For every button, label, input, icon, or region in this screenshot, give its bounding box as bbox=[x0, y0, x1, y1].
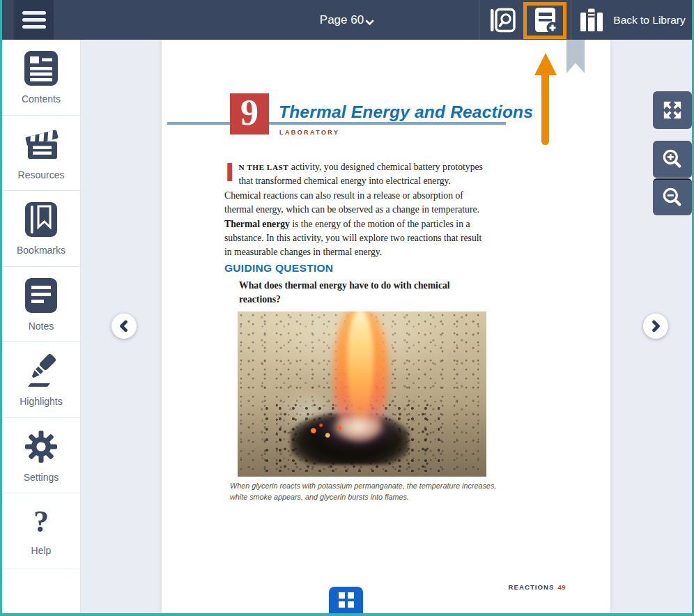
ebook-reader-window: Page 60 bbox=[0, 0, 694, 616]
book-search-icon bbox=[488, 7, 516, 33]
photo-embers bbox=[306, 420, 348, 441]
sidebar-item-contents[interactable]: Contents bbox=[2, 40, 80, 116]
sidebar-item-highlights[interactable]: Highlights bbox=[2, 342, 80, 418]
bookmarks-icon bbox=[24, 201, 59, 238]
zoom-in-icon bbox=[659, 147, 686, 172]
sidebar-filler bbox=[2, 569, 80, 614]
footer-page-number: 49 bbox=[557, 583, 566, 591]
sidebar-item-bookmarks[interactable]: Bookmarks bbox=[2, 191, 80, 267]
sidebar-item-resources[interactable]: Resources bbox=[2, 116, 80, 192]
zoom-out-icon bbox=[659, 185, 686, 210]
intro-bold-term: Thermal energy bbox=[224, 219, 290, 229]
intro-smallcaps: N THE LAST bbox=[238, 163, 288, 171]
guiding-question-text: What does thermal energy have to do with… bbox=[239, 279, 469, 307]
fullscreen-button[interactable] bbox=[653, 91, 692, 129]
sidebar-item-label: Contents bbox=[22, 93, 61, 105]
sidebar: Contents Resources Bookm bbox=[2, 40, 81, 613]
help-icon: ? bbox=[33, 505, 49, 539]
figure-photo-glycerin-flame bbox=[238, 311, 486, 477]
sidebar-item-label: Resources bbox=[18, 169, 65, 180]
window-edge-bottom bbox=[0, 613, 694, 616]
sidebar-item-label: Highlights bbox=[20, 396, 62, 407]
dropcap: I bbox=[225, 162, 234, 184]
sidebar-item-label: Settings bbox=[24, 472, 59, 483]
chevron-down-icon bbox=[365, 20, 374, 26]
sidebar-item-label: Bookmarks bbox=[17, 245, 65, 256]
chapter-title: Thermal Energy and Reactions bbox=[279, 102, 606, 122]
chevron-left-icon bbox=[118, 320, 130, 332]
hamburger-icon bbox=[22, 11, 46, 15]
toolbar-divider bbox=[479, 0, 479, 40]
grid-icon bbox=[339, 592, 354, 608]
highlights-icon bbox=[22, 352, 61, 390]
zoom-in-button[interactable] bbox=[653, 141, 692, 178]
sidebar-item-label: Notes bbox=[29, 321, 54, 332]
previous-page-button[interactable] bbox=[111, 314, 137, 339]
sidebar-item-settings[interactable]: Settings bbox=[2, 418, 80, 494]
next-page-button[interactable] bbox=[643, 314, 668, 339]
back-to-library-button[interactable]: Back to Library bbox=[572, 0, 692, 40]
thumbnails-view-button[interactable] bbox=[329, 587, 363, 613]
toolbar-divider bbox=[571, 0, 571, 40]
intro-paragraph: IN THE LAST activity, you designed chemi… bbox=[224, 160, 489, 260]
back-to-library-label: Back to Library bbox=[613, 14, 685, 26]
window-edge-left bbox=[0, 0, 2, 616]
chapter-rule bbox=[167, 122, 506, 125]
menu-button[interactable] bbox=[14, 0, 54, 40]
notes-icon bbox=[24, 277, 59, 314]
guiding-question-heading: GUIDING QUESTION bbox=[224, 262, 333, 275]
chevron-right-icon bbox=[649, 320, 662, 332]
contents-icon bbox=[23, 49, 59, 87]
top-bar: Page 60 bbox=[2, 0, 692, 40]
sidebar-item-notes[interactable]: Notes bbox=[2, 267, 80, 343]
sidebar-item-help[interactable]: ? Help bbox=[2, 493, 80, 569]
note-plus-icon bbox=[533, 6, 560, 35]
search-in-book-button[interactable] bbox=[481, 0, 524, 40]
library-books-icon bbox=[578, 7, 606, 33]
zoom-out-button[interactable] bbox=[653, 178, 692, 215]
page-indicator-label: Page 60 bbox=[320, 13, 364, 27]
chapter-kicker: LABORATORY bbox=[279, 129, 339, 136]
settings-icon bbox=[22, 428, 60, 465]
footer-section-name: REACTIONS bbox=[509, 583, 555, 591]
book-page: 9 Thermal Energy and Reactions LABORATOR… bbox=[162, 40, 610, 613]
running-footer: REACTIONS49 bbox=[454, 583, 566, 591]
sidebar-item-label: Help bbox=[31, 545, 52, 556]
chapter-number-badge: 9 bbox=[230, 93, 269, 134]
add-note-button[interactable] bbox=[524, 0, 569, 40]
figure-caption: When glycerin reacts with potassium perm… bbox=[230, 481, 506, 502]
resources-icon bbox=[21, 125, 61, 163]
fullscreen-icon bbox=[659, 98, 686, 123]
